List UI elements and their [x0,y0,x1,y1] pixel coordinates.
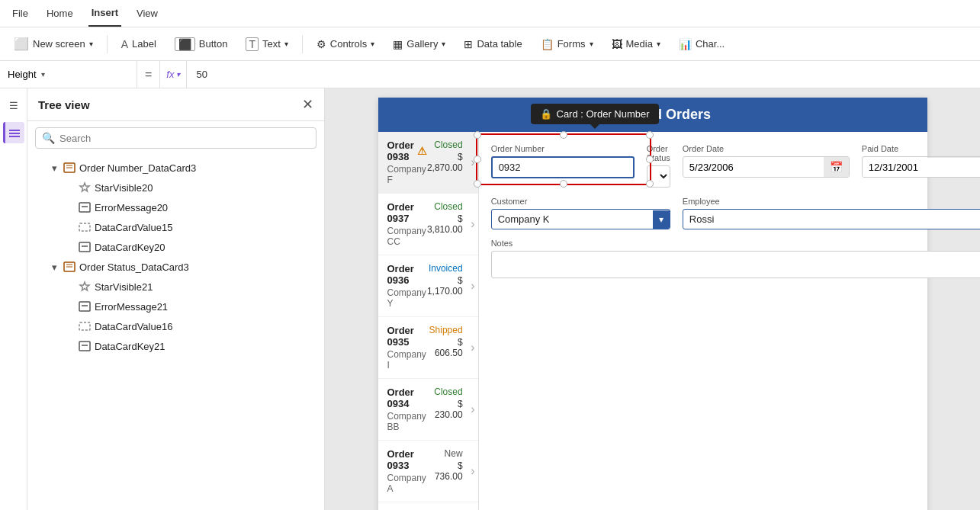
chart-icon: 📊 [679,38,692,50]
order-row-0936[interactable]: Order 0936 Company Y Invoiced $ 1,170.00… [378,255,478,317]
text-button[interactable]: T Text ▾ [238,34,295,55]
formula-bar: Height ▾ = fx ▾ 50 [0,61,980,88]
tree-item-starvisible20[interactable]: StarVisible20 [27,178,324,197]
form-icon-status [63,260,76,274]
app-screen: 🔒 Card : Order Number Northwind Orders O… [378,98,927,510]
order-number-input[interactable] [491,156,635,178]
tree-label-order-status-datacard3: Order Status_DataCard3 [79,261,189,273]
expand-icon-status[interactable]: ▾ [49,261,59,272]
order-row-0935[interactable]: Order 0935 Company I Shipped $ 606.50 › [378,317,478,379]
app-content: Order 0938 ⚠ Company F Closed $ 2,870.00… [378,132,927,510]
gallery-button[interactable]: ▦ Gallery ▾ [385,34,453,54]
field-group-paid-date: Paid Date 📅 [862,144,980,188]
order-date-calendar-icon[interactable]: 📅 [824,157,849,177]
menu-bar: File Home Insert View [0,0,980,27]
label-button[interactable]: A Label [114,34,164,54]
tree-label-datacardkey20: DataCardKey20 [95,242,165,253]
svg-rect-1 [9,133,20,134]
order-number-0933: Order 0933 [387,448,432,471]
hamburger-menu-icon[interactable]: ☰ [3,95,24,116]
formula-input[interactable]: 50 [187,69,980,80]
tree-item-datacardkey21[interactable]: DataCardKey21 [27,336,324,356]
field-group-order-date: Order Date 📅 [683,144,850,188]
customer-label: Customer [491,197,670,206]
search-icon: 🔍 [42,132,55,144]
detail-panel: Order Number Order Status New Closed Inv… [479,132,980,510]
expand-icon[interactable]: ▾ [49,162,59,173]
order-status-0933: New [432,448,462,459]
forms-button[interactable]: 📋 Forms ▾ [533,34,601,54]
forms-chevron-icon: ▾ [590,40,593,48]
tree-label-order-number-datacard3: Order Number_DataCard3 [79,162,196,174]
media-button[interactable]: 🖼 Media ▾ [604,34,668,54]
button-button[interactable]: ⬛ Button [167,34,236,55]
divider-2 [302,35,303,53]
tree-label-datacardvalue16: DataCardValue16 [95,321,172,332]
new-screen-icon: ⬜ [14,37,29,51]
order-number-0935: Order 0935 [387,325,429,348]
search-input[interactable] [59,133,310,144]
svg-rect-7 [79,203,90,212]
text-chevron-icon: ▾ [284,40,288,48]
chevron-right-icon-0935: › [471,341,474,354]
button-icon: ⬛ [175,37,195,51]
close-icon[interactable]: ✕ [302,96,313,113]
new-screen-button[interactable]: ⬜ New screen ▾ [6,33,101,55]
layers-icon[interactable] [3,122,24,143]
chevron-right-icon-0937: › [471,217,474,231]
menu-file[interactable]: File [9,0,31,27]
label-icon: A [121,38,128,50]
form-icon [63,161,76,175]
order-status-0937: Closed [427,201,463,212]
tree-item-order-number-datacard3[interactable]: ▾ Order Number_DataCard3 [27,158,324,178]
order-row-0937[interactable]: Order 0937 Company CC Closed $ 3,810.00 … [378,194,478,255]
order-date-input[interactable] [683,158,824,177]
tree-label-starvisible21: StarVisible21 [95,281,153,293]
menu-insert[interactable]: Insert [88,0,121,27]
controls-button[interactable]: ⚙ Controls ▾ [309,34,382,54]
order-company-0937: Company CC [387,226,427,247]
data-icon-16 [78,319,92,333]
order-row-0938[interactable]: Order 0938 ⚠ Company F Closed $ 2,870.00… [378,132,478,194]
media-chevron-icon: ▾ [657,40,660,48]
order-status-select[interactable]: New Closed Invoiced Shipped [647,165,670,188]
employee-value: Rossi [683,210,980,229]
order-status-0934: Closed [432,387,462,397]
notes-input[interactable] [491,251,980,278]
order-date-label: Order Date [683,144,850,153]
data-icon-15 [78,220,92,234]
tree-item-errormessage20[interactable]: ErrorMessage20 [27,197,324,217]
customer-dropdown-icon[interactable]: ▾ [653,210,670,229]
order-status-select-wrap: New Closed Invoiced Shipped [647,165,670,188]
tree-label-errormessage21: ErrorMessage21 [95,301,168,313]
formula-property-selector[interactable]: Height ▾ [0,61,137,88]
svg-marker-15 [80,282,89,290]
tree-item-starvisible21[interactable]: StarVisible21 [27,277,324,297]
order-row-0933[interactable]: Order 0933 Company A New $ 736.00 › [378,441,478,502]
order-amount-0935: $ 606.50 [429,337,463,358]
svg-rect-16 [79,302,90,311]
fx-chevron-icon: ▾ [176,70,180,79]
order-amount-0933: $ 736.00 [432,460,462,482]
tree-item-datacardkey20[interactable]: DataCardKey20 [27,237,324,257]
tree-item-datacardvalue16[interactable]: DataCardValue16 [27,316,324,336]
formula-fx-button[interactable]: fx ▾ [160,61,187,88]
tree-search-box[interactable]: 🔍 [35,127,316,149]
order-row-0932[interactable]: Order 0932 Company K New $ 800.00 › [378,502,478,510]
order-amount-0938: $ 2,870.00 [427,152,463,173]
menu-view[interactable]: View [133,0,161,27]
order-row-0934[interactable]: Order 0934 Company BB Closed $ 230.00 › [378,379,478,441]
paid-date-input[interactable] [863,158,980,177]
tree-item-errormessage21[interactable]: ErrorMessage21 [27,297,324,316]
svg-rect-2 [9,136,20,137]
order-number-0934: Order 0934 [387,387,433,409]
tree-item-datacardvalue15[interactable]: DataCardValue15 [27,217,324,237]
data-table-button[interactable]: ⊞ Data table [456,34,529,54]
tree-item-order-status-datacard3[interactable]: ▾ Order Status_DataCard3 [27,257,324,277]
field-group-employee: Employee Rossi ▾ [683,197,980,229]
menu-home[interactable]: Home [43,0,76,27]
order-company-0936: Company Y [387,287,427,309]
chart-button[interactable]: 📊 Char... [671,34,732,54]
order-status-0938: Closed [427,140,463,150]
svg-rect-0 [9,130,20,131]
